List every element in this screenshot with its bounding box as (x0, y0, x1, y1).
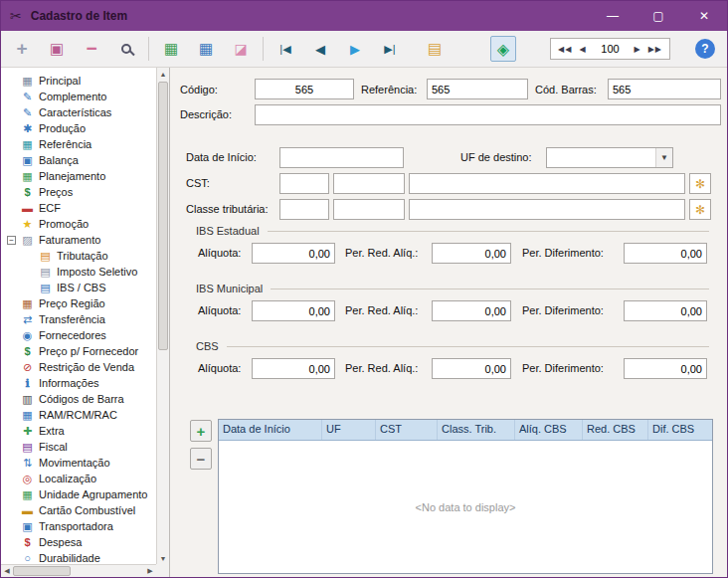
tree-item-fiscal[interactable]: ▤Fiscal (1, 439, 156, 455)
grid-new-button[interactable]: ▦ (158, 36, 184, 62)
grid-column-data-inicio[interactable]: Data de Início (219, 420, 322, 440)
cbs-aliquota-field[interactable] (252, 358, 335, 379)
tree-item-balanca[interactable]: ▣Balança (1, 152, 156, 168)
clear-button[interactable]: ◪ (228, 36, 254, 62)
cst-lookup-button[interactable]: ✻ (689, 173, 711, 194)
report-button[interactable]: ▤ (422, 36, 448, 62)
tree-item-preco-regiao[interactable]: ▦Preço Região (1, 295, 156, 311)
close-button[interactable]: ✕ (681, 1, 727, 31)
ibs-estadual-aliquota-field[interactable] (252, 243, 335, 264)
pager-value[interactable]: 100 (594, 43, 628, 55)
tree-item-informacoes[interactable]: ℹInformações (1, 375, 156, 391)
collapse-expander-icon[interactable]: − (7, 236, 16, 245)
tree-item-ecf[interactable]: ▬ECF (1, 200, 156, 216)
tree-item-codigos-de-barra[interactable]: ▥Códigos de Barra (1, 391, 156, 407)
uf-destino-field[interactable] (547, 148, 655, 167)
tree-horizontal-scrollbar[interactable]: ◀ ▶ (1, 564, 156, 577)
ibs-municipal-diferimento-field[interactable] (624, 300, 707, 321)
grid-view-button[interactable]: ▦ (193, 36, 219, 62)
tree-item-unidade-agrupamento[interactable]: ▦Unidade Agrupamento (1, 486, 156, 502)
tree-item-label: Extra (39, 425, 65, 437)
delete-button[interactable]: − (79, 36, 104, 62)
group-line (268, 231, 709, 232)
scroll-left-icon[interactable]: ◀ (1, 565, 13, 577)
nav-next-button[interactable]: ▶ (342, 36, 368, 62)
grid-add-row-button[interactable]: + (190, 420, 212, 442)
grid-column-class-trib[interactable]: Class. Trib. (438, 420, 515, 440)
cst-code-field[interactable] (279, 173, 329, 194)
cst-aux-field[interactable] (333, 173, 405, 194)
codigo-field[interactable] (255, 79, 354, 99)
scroll-right-icon[interactable]: ▶ (144, 565, 156, 577)
minimize-button[interactable]: — (590, 1, 636, 31)
tree-item-caracteristicas[interactable]: ✎Características (1, 104, 156, 120)
pager-next-icon[interactable]: ▶ (635, 45, 641, 54)
tree-item-planejamento[interactable]: ▦Planejamento (1, 168, 156, 184)
new-record-button[interactable]: + (9, 36, 35, 62)
grid-column-uf[interactable]: UF (322, 420, 376, 440)
nav-first-button[interactable]: |◀ (273, 36, 298, 62)
ibs-estadual-red-aliq-field[interactable] (432, 243, 511, 264)
tree-item-extra[interactable]: ✚Extra (1, 423, 156, 439)
tree-item-restricao-de-venda[interactable]: ⊘Restrição de Venda (1, 359, 156, 375)
classe-trib-code-field[interactable] (279, 199, 329, 220)
tree-item-cartao-combustivel[interactable]: ▬Cartão Combustível (1, 502, 156, 518)
tree-item-fornecedores[interactable]: ◉Fornecedores (1, 327, 156, 343)
cod-barras-field[interactable] (608, 79, 721, 99)
horizontal-scroll-thumb[interactable] (13, 566, 71, 576)
uf-destino-combo[interactable]: ▼ (546, 147, 673, 168)
tree-item-faturamento[interactable]: −▨Faturamento (1, 232, 156, 248)
grid-column-cst[interactable]: CST (376, 420, 438, 440)
tree-item-complemento[interactable]: ✎Complemento (1, 89, 156, 104)
ibs-municipal-red-aliq-field[interactable] (432, 300, 511, 321)
help-button[interactable]: ? (695, 39, 715, 59)
grid-column-aliq-cbs[interactable]: Alíq. CBS (515, 420, 583, 440)
tree-item-ram-rcm-rac[interactable]: ▦RAM/RCM/RAC (1, 407, 156, 423)
tree-item-label: Durabilidade (39, 552, 100, 564)
tree-item-tributacao[interactable]: ▤Tributação (1, 248, 156, 264)
nav-last-button[interactable]: ▶| (377, 36, 403, 62)
tree-item-precos[interactable]: $Preços (1, 184, 156, 200)
grid-column-red-cbs[interactable]: Red. CBS (583, 420, 648, 440)
tree-item-promocao[interactable]: ★Promoção (1, 216, 156, 232)
referencia-field[interactable] (427, 79, 528, 99)
tree-item-durabilidade[interactable]: ○Durabilidade (1, 550, 156, 564)
tree-item-localizacao[interactable]: ◎Localização (1, 471, 156, 486)
cbs-diferimento-field[interactable] (624, 358, 707, 379)
maximize-button[interactable]: ▢ (636, 1, 681, 31)
grid-column-dif-cbs[interactable]: Dif. CBS (648, 420, 712, 440)
tree-item-ibs-cbs[interactable]: ▤IBS / CBS (1, 280, 156, 295)
tree-item-movimentacao[interactable]: ⇅Movimentação (1, 455, 156, 471)
execute-button[interactable]: ◈ (490, 36, 516, 62)
chevron-down-icon[interactable]: ▼ (655, 148, 672, 167)
grid-remove-row-button[interactable]: − (190, 448, 212, 470)
descricao-field[interactable] (255, 104, 721, 125)
gear-icon: ✱ (21, 122, 34, 135)
scroll-down-icon[interactable]: ▼ (157, 552, 169, 564)
tree-item-producao[interactable]: ✱Produção (1, 120, 156, 136)
vertical-scroll-thumb[interactable] (158, 82, 168, 350)
tree-item-imposto-seletivo[interactable]: ▤Imposto Seletivo (1, 264, 156, 280)
tree-item-transportadora[interactable]: ▣Transportadora (1, 518, 156, 534)
tree-vertical-scrollbar[interactable]: ▲ ▼ (156, 68, 169, 564)
search-button[interactable] (113, 36, 139, 62)
tree-item-transferencia[interactable]: ⇄Transferência (1, 311, 156, 327)
cbs-red-aliq-field[interactable] (432, 358, 511, 379)
data-inicio-field[interactable] (279, 147, 404, 168)
tree-item-referencia[interactable]: ▦Referência (1, 136, 156, 152)
pager-prev-icon[interactable]: ◀ (579, 45, 586, 54)
nav-prev-button[interactable]: ◀ (307, 36, 333, 62)
classe-trib-aux-field[interactable] (333, 199, 405, 220)
classe-trib-descricao-field[interactable] (409, 199, 685, 220)
pager-last-icon[interactable]: ▶▶ (648, 45, 662, 54)
cst-descricao-field[interactable] (409, 173, 685, 194)
ibs-municipal-aliquota-field[interactable] (252, 300, 335, 321)
classe-trib-lookup-button[interactable]: ✻ (689, 199, 711, 220)
tree-item-principal[interactable]: ▦Principal (1, 73, 156, 89)
scroll-up-icon[interactable]: ▲ (157, 68, 169, 80)
ibs-estadual-diferimento-field[interactable] (624, 243, 707, 264)
tree-item-despesa[interactable]: $Despesa (1, 534, 156, 550)
save-button[interactable]: ▣ (44, 36, 70, 62)
pager-first-icon[interactable]: ◀◀ (558, 45, 572, 54)
tree-item-preco-p-fornecedor[interactable]: $Preço p/ Fornecedor (1, 343, 156, 359)
